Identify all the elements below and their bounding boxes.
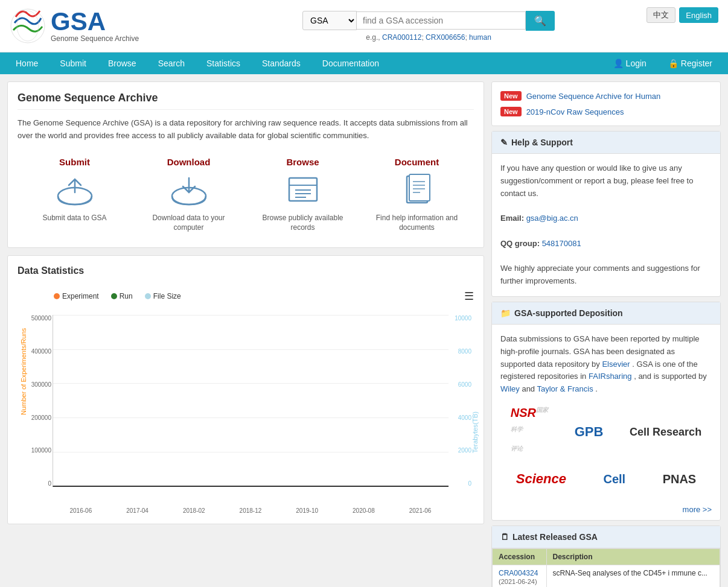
taylor-link[interactable]: Taylor & Francis	[537, 384, 593, 393]
latest-card: 🗒 Latest Released GSA Accession Descript…	[491, 525, 721, 587]
fairsharing-link[interactable]: FAIRsharing	[589, 372, 632, 381]
y-left-label: Number of Experiments/Runs	[20, 408, 27, 415]
nav-search[interactable]: Search	[147, 52, 196, 74]
action-submit[interactable]: Submit Submit data to GSA	[24, 157, 124, 233]
logo-subtitle-text: Genome Sequence Archive	[51, 34, 139, 43]
intro-title: Genome Sequence Archive	[18, 92, 474, 110]
stats-card: Data Statistics Experiment Run File Size	[7, 255, 484, 524]
main-layout: Genome Sequence Archive The Genome Seque…	[0, 74, 728, 587]
hint-link-1[interactable]: CRA000112	[382, 33, 421, 42]
nav-browse[interactable]: Browse	[97, 52, 147, 74]
user-icon: 👤	[613, 59, 624, 68]
help-email-link[interactable]: gsa@big.ac.cn	[526, 214, 578, 223]
legend-filesize: File Size	[145, 292, 181, 300]
wiley-link[interactable]: Wiley	[500, 384, 520, 393]
search-row: GSA CRA 🔍	[302, 11, 555, 31]
lang-en-button[interactable]: English	[679, 7, 718, 23]
search-scope-select[interactable]: GSA CRA	[302, 11, 357, 30]
help-qq-line: QQ group: 548170081	[500, 238, 712, 250]
action-download[interactable]: Download Download data to your computer	[138, 157, 238, 233]
nav-documentation[interactable]: Documentation	[311, 52, 390, 74]
browse-label[interactable]: Browse	[286, 157, 319, 167]
news-item-1: New Genome Sequence Archive for Human	[500, 88, 712, 104]
elsevier-link[interactable]: Elsevier	[602, 360, 630, 369]
journal-logos-2: Science Cell PNAS	[500, 468, 712, 489]
cr-logo: Cell Research	[630, 424, 701, 441]
table-row: CRA004324 (2021-06-24) scRNA-Seq analyse…	[493, 565, 720, 587]
actions-row: Submit Submit data to GSA Download	[18, 152, 474, 238]
action-document[interactable]: Document Find help information and docum…	[366, 157, 467, 233]
science-logo: Science	[516, 468, 566, 489]
legend-dot-filesize	[145, 293, 151, 299]
deposition-body-text: Data submissions to GSA have been report…	[500, 333, 712, 396]
legend-dot-experiment	[54, 293, 60, 299]
help-qq-link[interactable]: 548170081	[542, 239, 581, 248]
nav-home[interactable]: Home	[5, 52, 49, 74]
hint-link-3[interactable]: human	[469, 33, 491, 42]
journal-logos: NSR国家科学评论 GPB Cell Research	[500, 403, 712, 461]
desc-cell-1: scRNA-Seq analyses of the CD45+ i mmune …	[546, 565, 720, 587]
submit-label[interactable]: Submit	[59, 157, 90, 167]
help-footer-text: We highly appreciate your comments and s…	[500, 262, 712, 288]
news-link-1[interactable]: Genome Sequence Archive for Human	[526, 92, 661, 101]
nsr-logo: NSR国家科学评论	[511, 403, 548, 461]
news-item-2: New 2019-nCov Raw Sequences	[500, 104, 712, 119]
download-label[interactable]: Download	[167, 157, 211, 167]
pnas-logo: PNAS	[663, 469, 697, 489]
new-badge-2: New	[500, 107, 522, 116]
download-icon	[168, 172, 210, 208]
left-col: Genome Sequence Archive The Genome Seque…	[7, 81, 484, 587]
gridline-2	[53, 383, 449, 384]
main-nav: Home Submit Browse Search Statistics Sta…	[0, 52, 728, 74]
deposition-header: 📁 GSA-supported Deposition	[492, 302, 720, 325]
news-link-2[interactable]: 2019-nCov Raw Sequences	[526, 107, 624, 116]
news-section: New Genome Sequence Archive for Human Ne…	[491, 81, 721, 126]
lang-area: 中文 English	[647, 7, 718, 23]
legend-experiment: Experiment	[54, 292, 99, 300]
nav-standards[interactable]: Standards	[251, 52, 311, 74]
y-right-ticks: 10000 8000 6000 4000 2000 0	[450, 315, 471, 487]
browse-desc: Browse publicly available records	[252, 213, 353, 233]
col-accession: Accession	[493, 549, 547, 565]
action-browse[interactable]: Browse Browse publicly available records	[252, 157, 353, 233]
logo-area: GSA Genome Sequence Archive	[10, 5, 139, 47]
help-email-line: Email: gsa@big.ac.cn	[500, 212, 712, 225]
help-icon: ✎	[500, 138, 508, 147]
help-header: ✎ Help & Support	[492, 132, 720, 154]
gpb-logo: GPB	[575, 421, 604, 442]
bars-container	[53, 315, 449, 487]
search-hint: e.g., CRA000112; CRX006656; human	[366, 33, 491, 42]
submit-icon	[54, 172, 96, 208]
document-label[interactable]: Document	[395, 157, 439, 167]
latest-header: 🗒 Latest Released GSA	[492, 526, 720, 548]
nav-submit[interactable]: Submit	[49, 52, 97, 74]
chart-menu-icon[interactable]: ☰	[464, 290, 474, 303]
latest-table: Accession Description CRA004324 (2021-06…	[492, 548, 720, 587]
col-description: Description	[546, 549, 720, 565]
nav-register[interactable]: 🔒 Register	[657, 52, 723, 74]
help-body: If you have any question or would like t…	[492, 154, 720, 296]
search-area: GSA CRA 🔍 e.g., CRA000112; CRX006656; hu…	[151, 11, 706, 42]
latest-icon: 🗒	[500, 532, 509, 542]
more-link[interactable]: more >>	[492, 505, 720, 520]
nav-statistics[interactable]: Statistics	[196, 52, 251, 74]
help-body-text: If you have any question or would like t…	[500, 162, 712, 200]
legend-dot-run	[111, 293, 117, 299]
lang-zh-button[interactable]: 中文	[647, 7, 675, 23]
right-col: New Genome Sequence Archive for Human Ne…	[491, 81, 721, 587]
search-button[interactable]: 🔍	[526, 11, 555, 31]
deposition-card: 📁 GSA-supported Deposition Data submissi…	[491, 302, 721, 521]
cell-logo: Cell	[603, 469, 625, 489]
search-input[interactable]	[357, 11, 526, 30]
new-badge-1: New	[500, 91, 522, 101]
date-1: (2021-06-24)	[499, 578, 537, 585]
legend-run: Run	[111, 292, 133, 300]
chart-legend: Experiment Run File Size ☰	[54, 290, 474, 303]
header: GSA Genome Sequence Archive GSA CRA 🔍 e.…	[0, 0, 728, 52]
gridline-4	[53, 452, 449, 452]
y-left-ticks: 500000 400000 300000 200000 100000 0	[28, 315, 51, 487]
download-desc: Download data to your computer	[138, 213, 238, 233]
accession-link-1[interactable]: CRA004324	[499, 569, 538, 577]
nav-login[interactable]: 👤 Login	[602, 52, 657, 74]
hint-link-2[interactable]: CRX006656	[426, 33, 465, 42]
